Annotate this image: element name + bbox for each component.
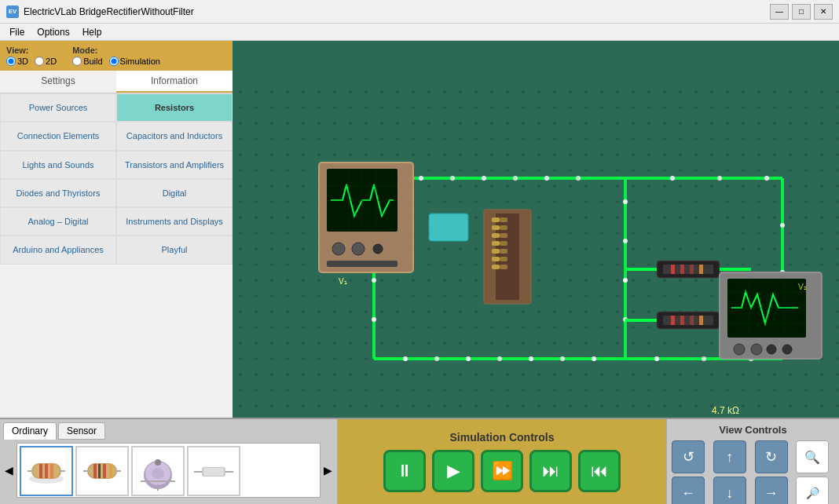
cat-playful[interactable]: Playful [116,236,233,264]
svg-point-12 [623,278,628,283]
simulation-controls-panel: Simulation Controls ⏸ ▶ ⏩ ⏭ ⏮ [338,419,666,504]
cat-power-sources[interactable]: Power Sources [0,93,116,122]
svg-point-9 [576,176,581,181]
svg-rect-74 [671,316,675,325]
mode-simulation-label[interactable]: Simulation [109,57,160,66]
svg-point-14 [592,356,596,361]
cat-connection-elements[interactable]: Connection Elements [0,122,116,150]
svg-rect-107 [109,464,112,478]
tab-settings[interactable]: Settings [0,71,116,93]
view-controls-panel: View Controls ↺ ↑ ↻ 🔍 ← ↓ → 🔎 [666,419,839,504]
mode-build-radio[interactable] [72,57,82,66]
svg-point-16 [529,356,533,361]
svg-rect-48 [492,217,500,222]
mode-build-label[interactable]: Build [72,57,102,66]
bottom-panel: Ordinary Sensor ◀ [0,418,839,504]
maximize-button[interactable]: □ [792,4,811,20]
shelf-item-3[interactable] [131,446,185,496]
svg-rect-75 [680,316,684,325]
menu-options[interactable]: Options [31,25,75,39]
tab-information[interactable]: Information [116,71,233,93]
svg-text:4.7 kΩ: 4.7 kΩ [712,405,739,416]
component-shelf: Ordinary Sensor ◀ [0,419,338,504]
svg-rect-68 [690,265,694,274]
svg-point-17 [497,356,502,361]
svg-rect-69 [699,265,703,274]
svg-rect-67 [680,265,684,274]
shelf-item-2[interactable] [75,446,129,496]
shelf-tab-sensor[interactable]: Sensor [58,422,105,440]
svg-point-87 [734,344,745,355]
svg-rect-53 [492,257,500,261]
minimize-button[interactable]: — [770,4,789,20]
cat-diodes-thyristors[interactable]: Diodes and Thyristors [0,179,116,207]
sim-play-btn[interactable]: ▶ [432,450,474,492]
svg-rect-105 [98,464,101,478]
svg-rect-51 [492,241,500,246]
sim-step-forward-btn[interactable]: ⏭ [529,450,572,492]
shelf-tab-ordinary[interactable]: Ordinary [3,422,57,440]
svg-point-15 [560,356,565,361]
svg-point-28 [780,223,785,228]
svg-rect-98 [45,464,48,478]
sim-pause-btn[interactable]: ⏸ [383,450,426,492]
shelf-item-1[interactable] [20,446,73,496]
svg-rect-57 [500,233,507,238]
title-bar: EV ElectricVLab BridgeRectifierWithoutFi… [0,0,839,24]
categories-grid: Power Sources Resistors Connection Eleme… [0,93,233,265]
close-button[interactable]: ✕ [814,4,833,20]
view-2d-label[interactable]: 2D [35,57,57,66]
view-group: View: 3D 2D [6,46,57,66]
svg-rect-54 [492,265,500,269]
view-move-up-btn[interactable]: ↑ [713,440,746,473]
svg-point-33 [654,356,659,361]
svg-point-19 [434,356,439,361]
menu-bar: File Options Help [0,24,839,41]
cat-lights-sounds[interactable]: Lights and Sounds [0,151,116,179]
svg-rect-52 [492,249,500,254]
svg-rect-66 [671,265,675,274]
cat-arduino-appliances[interactable]: Arduino and Appliances [0,236,116,264]
mode-simulation-radio[interactable] [109,57,119,66]
view-move-right-btn[interactable]: → [755,477,788,504]
svg-rect-106 [103,464,106,478]
view-rotate-left-btn[interactable]: ↺ [672,440,705,473]
view-zoom-out-btn[interactable]: 🔎 [796,477,829,504]
svg-rect-49 [492,225,500,230]
svg-point-32 [702,356,706,361]
svg-point-4 [419,176,423,181]
svg-rect-118 [203,468,224,476]
view-zoom-in-btn[interactable]: 🔍 [796,440,829,473]
view-3d-label[interactable]: 3D [6,57,28,66]
svg-rect-92 [429,214,468,241]
svg-rect-60 [500,257,507,261]
cat-transistors-amplifiers[interactable]: Transistors and Amplifiers [116,151,233,179]
svg-point-24 [372,317,376,322]
shelf-scroll-left[interactable]: ◀ [3,464,15,477]
menu-file[interactable]: File [3,25,31,39]
cat-instruments-displays[interactable]: Instruments and Displays [116,207,233,236]
menu-help[interactable]: Help [76,25,108,39]
view-move-left-btn[interactable]: ← [672,477,705,504]
svg-rect-104 [93,464,97,478]
svg-rect-99 [50,464,53,478]
svg-point-6 [482,176,486,181]
cat-resistors[interactable]: Resistors [116,93,233,122]
svg-point-11 [623,239,628,243]
svg-point-112 [152,468,164,479]
shelf-scroll-right[interactable]: ▶ [322,464,334,477]
view-2d-radio[interactable] [35,57,44,66]
svg-point-90 [782,345,792,354]
cat-digital[interactable]: Digital [116,179,233,207]
shelf-item-4[interactable] [187,446,240,496]
svg-point-23 [372,278,376,283]
svg-rect-45 [327,261,398,267]
sim-rewind-btn[interactable]: ⏮ [578,450,621,492]
view-mode-controls: View: 3D 2D Mode: Bui [0,41,233,71]
sim-fast-forward-btn[interactable]: ⏩ [481,450,523,492]
view-move-down-btn[interactable]: ↓ [713,477,746,504]
view-3d-radio[interactable] [6,57,16,66]
cat-analog-digital[interactable]: Analog – Digital [0,207,116,236]
view-rotate-right-btn[interactable]: ↻ [755,440,788,473]
cat-capacitors-inductors[interactable]: Capacitors and Inductors [116,122,233,150]
